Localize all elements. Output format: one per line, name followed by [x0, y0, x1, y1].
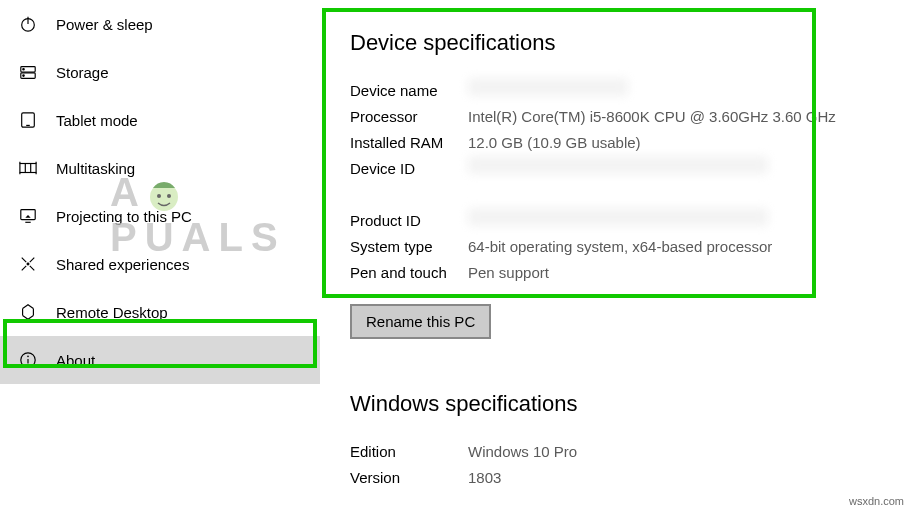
remote-desktop-icon: [18, 302, 38, 322]
svg-line-20: [30, 266, 35, 271]
svg-point-4: [23, 69, 24, 70]
svg-rect-15: [21, 210, 35, 220]
windows-specs-table: Edition Windows 10 Pro Version 1803: [350, 439, 577, 491]
svg-line-18: [30, 258, 35, 263]
spec-label: Installed RAM: [350, 130, 468, 156]
spec-value: Windows 10 Pro: [468, 439, 577, 465]
svg-rect-8: [20, 164, 36, 173]
spec-value: Intel(R) Core(TM) i5-8600K CPU @ 3.60GHz…: [468, 104, 836, 130]
power-icon: [18, 14, 38, 34]
sidebar-item-about[interactable]: About: [0, 336, 320, 384]
sidebar-item-storage[interactable]: Storage: [0, 48, 320, 96]
svg-point-5: [23, 75, 24, 76]
spec-label: Pen and touch: [350, 260, 468, 286]
storage-icon: [18, 62, 38, 82]
sidebar-item-tablet-mode[interactable]: Tablet mode: [0, 96, 320, 144]
spec-row-ram: Installed RAM 12.0 GB (10.9 GB usable): [350, 130, 836, 156]
spec-row-version: Version 1803: [350, 465, 577, 491]
sidebar-item-power-sleep[interactable]: Power & sleep: [0, 0, 320, 48]
spec-row-pen-touch: Pen and touch Pen support: [350, 260, 836, 286]
spec-value: 1803: [468, 465, 577, 491]
sidebar-item-label: About: [56, 352, 95, 369]
sidebar-item-label: Power & sleep: [56, 16, 153, 33]
sidebar-item-multitasking[interactable]: Multitasking: [0, 144, 320, 192]
shared-icon: [18, 254, 38, 274]
svg-point-21: [27, 263, 29, 265]
redacted-value: REDACTED-PC: [468, 78, 628, 96]
svg-line-17: [22, 258, 27, 263]
spec-value: XXXXX-XXXXX-XXXXX-XXXXX: [468, 208, 836, 234]
multitasking-icon: [18, 158, 38, 178]
windows-specs-title: Windows specifications: [350, 391, 846, 417]
spec-label: Product ID: [350, 208, 468, 234]
sidebar-item-projecting[interactable]: Projecting to this PC: [0, 192, 320, 240]
spec-value: REDACTED-PC: [468, 78, 836, 104]
device-specs-table: Device name REDACTED-PC Processor Intel(…: [350, 78, 836, 286]
redacted-value: XXXXXXXX-XXXX-XXXX-XXXX-XXXXXXXXXXXX: [468, 156, 768, 174]
spec-value: 12.0 GB (10.9 GB usable): [468, 130, 836, 156]
spec-row-processor: Processor Intel(R) Core(TM) i5-8600K CPU…: [350, 104, 836, 130]
spec-label: Device ID: [350, 156, 468, 208]
spec-row-device-id: Device ID XXXXXXXX-XXXX-XXXX-XXXX-XXXXXX…: [350, 156, 836, 208]
redacted-value: XXXXX-XXXXX-XXXXX-XXXXX: [468, 208, 768, 226]
sidebar-item-shared-experiences[interactable]: Shared experiences: [0, 240, 320, 288]
sidebar-item-label: Projecting to this PC: [56, 208, 192, 225]
spec-label: Device name: [350, 78, 468, 104]
rename-pc-button[interactable]: Rename this PC: [350, 304, 491, 339]
sidebar-item-label: Multitasking: [56, 160, 135, 177]
spec-row-product-id: Product ID XXXXX-XXXXX-XXXXX-XXXXX: [350, 208, 836, 234]
sidebar-item-label: Storage: [56, 64, 109, 81]
spec-label: System type: [350, 234, 468, 260]
about-main-pane: Device specifications Device name REDACT…: [320, 0, 910, 511]
device-specs-title: Device specifications: [350, 30, 846, 56]
sidebar-item-label: Shared experiences: [56, 256, 189, 273]
svg-point-26: [27, 356, 29, 358]
spec-label: Edition: [350, 439, 468, 465]
spec-row-device-name: Device name REDACTED-PC: [350, 78, 836, 104]
windows-specs-section: Windows specifications Edition Windows 1…: [350, 391, 846, 491]
sidebar-item-label: Remote Desktop: [56, 304, 168, 321]
spec-label: Version: [350, 465, 468, 491]
projecting-icon: [18, 206, 38, 226]
info-icon: [18, 350, 38, 370]
spec-value: 64-bit operating system, x64-based proce…: [468, 234, 836, 260]
sidebar-item-remote-desktop[interactable]: Remote Desktop: [0, 288, 320, 336]
svg-line-19: [22, 266, 27, 271]
spec-label: Processor: [350, 104, 468, 130]
spec-value: XXXXXXXX-XXXX-XXXX-XXXX-XXXXXXXXXXXX: [468, 156, 836, 208]
settings-sidebar: Power & sleep Storage Tablet mode Multit…: [0, 0, 320, 511]
sidebar-item-label: Tablet mode: [56, 112, 138, 129]
attribution-text: wsxdn.com: [849, 495, 904, 507]
spec-row-edition: Edition Windows 10 Pro: [350, 439, 577, 465]
spec-row-system-type: System type 64-bit operating system, x64…: [350, 234, 836, 260]
tablet-icon: [18, 110, 38, 130]
spec-value: Pen support: [468, 260, 836, 286]
